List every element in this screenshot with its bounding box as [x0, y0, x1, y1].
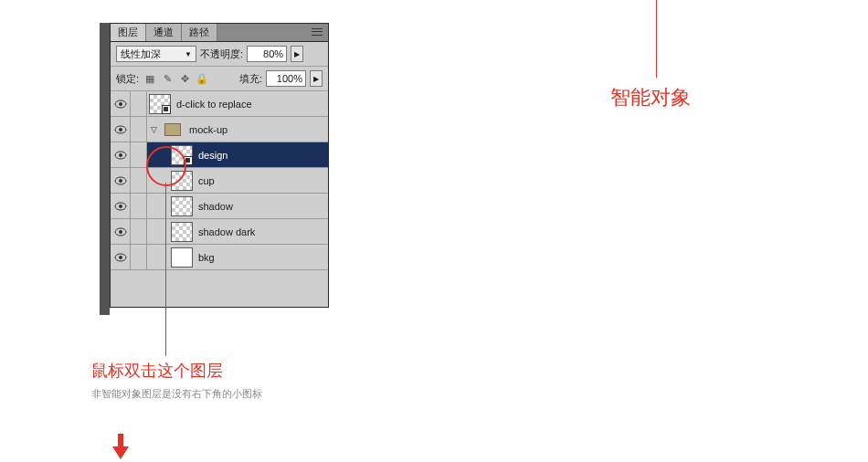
layer-row[interactable]: shadow	[111, 194, 328, 219]
link-col	[131, 117, 147, 142]
eye-icon	[114, 176, 127, 185]
svg-point-7	[119, 179, 122, 183]
folder-thumbnail[interactable]	[162, 120, 184, 140]
annotation-left-sub: 非智能对象图层是没有右下角的小图标	[91, 387, 262, 401]
layer-name[interactable]: shadow	[196, 201, 328, 212]
chevron-down-icon: ▼	[185, 50, 192, 58]
layer-name[interactable]: bkg	[196, 252, 328, 263]
panel-empty-area	[111, 270, 328, 307]
layer-thumbnail[interactable]	[171, 145, 193, 165]
layer-name[interactable]: mock-up	[187, 124, 328, 135]
panel-body: 线性加深 ▼ 不透明度: 80% ▶ 锁定: ▦ ✎ ✥ 🔒 填充: 100% …	[111, 42, 328, 307]
layer-name[interactable]: shadow dark	[196, 226, 328, 237]
svg-point-13	[119, 256, 122, 259]
blend-mode-value: 线性加深	[121, 47, 161, 61]
annotation-line	[656, 0, 657, 78]
eye-icon	[114, 253, 127, 262]
panel-menu-icon[interactable]	[310, 26, 324, 38]
tab-channels[interactable]: 通道	[146, 24, 182, 41]
eye-icon	[114, 100, 127, 109]
svg-point-3	[119, 128, 122, 131]
opacity-label: 不透明度:	[200, 47, 243, 61]
opacity-value: 80%	[263, 48, 283, 59]
fill-input[interactable]: 100%	[266, 70, 306, 87]
tab-filler	[217, 24, 328, 41]
layers-panel: 图层 通道 路径 线性加深 ▼ 不透明度: 80% ▶ 锁定: ▦ ✎	[110, 23, 329, 308]
eye-icon	[114, 125, 127, 134]
visibility-toggle[interactable]	[111, 194, 131, 218]
layer-thumbnail[interactable]	[171, 247, 193, 268]
lock-transparency-icon[interactable]: ▦	[143, 71, 157, 86]
visibility-toggle[interactable]	[111, 168, 131, 193]
annotation-line	[165, 183, 166, 356]
layers-list: d-click to replace ▽ mock-up	[111, 91, 328, 270]
blend-mode-select[interactable]: 线性加深 ▼	[116, 46, 196, 62]
fill-flyout-icon[interactable]: ▶	[310, 70, 323, 87]
link-col	[131, 245, 147, 269]
eye-icon	[114, 151, 127, 160]
lock-row: 锁定: ▦ ✎ ✥ 🔒 填充: 100% ▶	[111, 67, 328, 91]
annotation-left-title: 鼠标双击这个图层	[91, 360, 262, 382]
blend-row: 线性加深 ▼ 不透明度: 80% ▶	[111, 42, 328, 67]
svg-point-11	[119, 230, 122, 234]
eye-icon	[114, 202, 127, 211]
layer-thumbnail[interactable]	[171, 171, 193, 191]
lock-pixels-icon[interactable]: ✎	[160, 71, 175, 86]
svg-point-5	[119, 153, 122, 157]
layer-thumbnail[interactable]	[171, 196, 193, 216]
layer-row[interactable]: d-click to replace	[111, 91, 328, 117]
layer-name[interactable]: d-click to replace	[175, 99, 328, 110]
layer-row[interactable]: bkg	[111, 245, 328, 270]
layer-thumbnail[interactable]	[171, 222, 193, 242]
lock-position-icon[interactable]: ✥	[177, 71, 192, 86]
annotation-left: 鼠标双击这个图层 非智能对象图层是没有右下角的小图标	[91, 360, 262, 401]
panel-dock-strip	[100, 23, 110, 315]
annotation-right: 智能对象	[610, 84, 691, 111]
panel-tabs: 图层 通道 路径	[111, 24, 328, 42]
tab-layers[interactable]: 图层	[111, 24, 146, 41]
svg-point-1	[119, 102, 122, 106]
fill-value: 100%	[277, 73, 302, 84]
arrow-down-icon	[110, 434, 132, 459]
folder-expand-icon[interactable]: ▽	[147, 125, 160, 134]
layer-name[interactable]: cup	[196, 175, 328, 186]
layer-thumbnail[interactable]	[149, 94, 171, 114]
link-col	[131, 194, 147, 218]
layer-row[interactable]: shadow dark	[111, 219, 328, 245]
layer-row[interactable]: design	[111, 142, 328, 168]
tab-paths[interactable]: 路径	[182, 24, 217, 41]
smart-object-badge-icon	[162, 105, 171, 114]
visibility-toggle[interactable]	[111, 219, 131, 244]
svg-point-9	[119, 205, 122, 208]
visibility-toggle[interactable]	[111, 245, 131, 269]
visibility-toggle[interactable]	[111, 91, 131, 116]
opacity-flyout-icon[interactable]: ▶	[291, 46, 303, 62]
layer-row[interactable]: ▽ mock-up	[111, 117, 328, 142]
visibility-toggle[interactable]	[111, 117, 131, 142]
lock-icons: ▦ ✎ ✥ 🔒	[143, 71, 209, 86]
link-col	[131, 168, 147, 193]
smart-object-badge-icon	[184, 156, 193, 165]
eye-icon	[114, 227, 127, 236]
lock-all-icon[interactable]: 🔒	[195, 71, 209, 86]
layer-name[interactable]: design	[196, 150, 328, 161]
fill-label: 填充:	[239, 72, 262, 86]
link-col	[131, 91, 147, 116]
link-col	[131, 142, 147, 167]
lock-label: 锁定:	[116, 72, 139, 86]
link-col	[131, 219, 147, 244]
visibility-toggle[interactable]	[111, 142, 131, 167]
layer-row[interactable]: cup	[111, 168, 328, 194]
opacity-input[interactable]: 80%	[247, 46, 287, 62]
